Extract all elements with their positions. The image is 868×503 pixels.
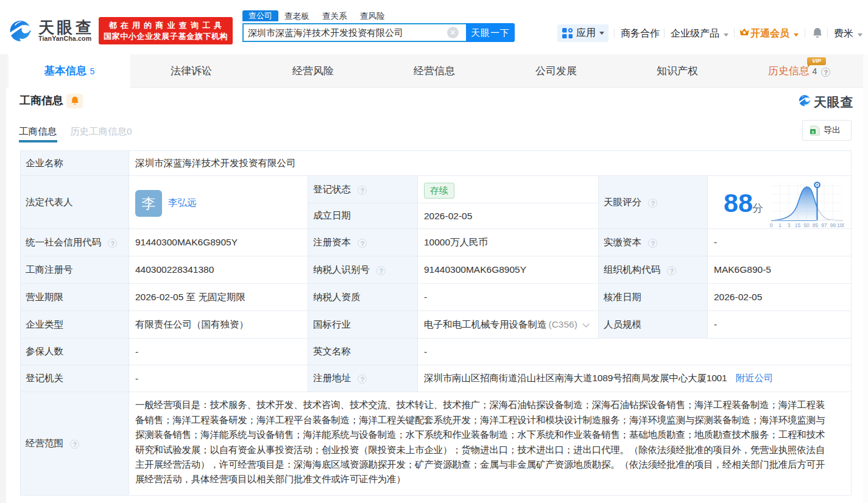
svg-text:100: 100	[837, 222, 844, 228]
svg-text:85: 85	[813, 222, 819, 228]
svg-text:3: 3	[788, 222, 791, 228]
svg-text:x: x	[812, 129, 814, 133]
svg-text:15: 15	[795, 222, 801, 228]
svg-text:97: 97	[821, 222, 827, 228]
svg-text:99: 99	[830, 222, 836, 228]
svg-text:50: 50	[803, 222, 810, 228]
svg-text:1: 1	[778, 222, 782, 228]
svg-text:0: 0	[770, 222, 773, 228]
